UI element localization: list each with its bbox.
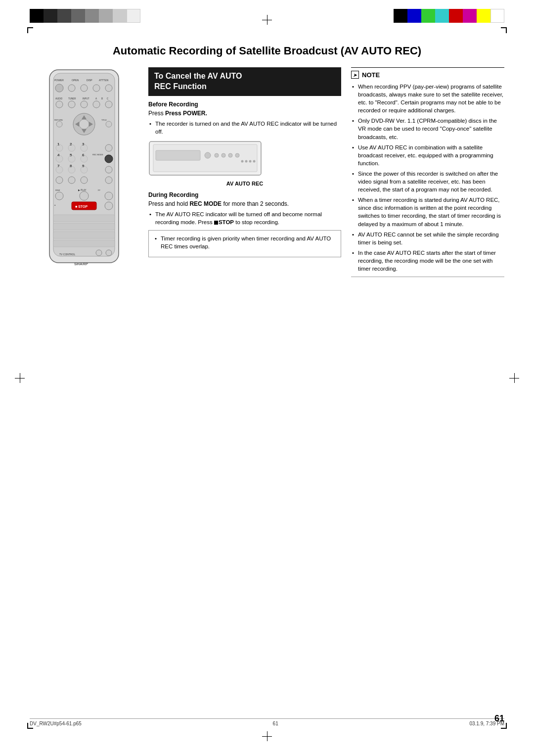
footer: DV_RW2U#p54-61.p65 61 03.1.9, 7:39 PM [30,718,504,726]
rec-mode-bold: REC MODE [189,200,222,207]
vcr-diagram [148,141,262,178]
power-bold: Press POWER. [165,110,207,117]
svg-point-18 [68,101,75,108]
section-box: To Cancel the AV AUTO REC Function [148,67,341,96]
timer-priority-note: Timer recording is given priority when t… [148,230,341,257]
svg-text:INPUT: INPUT [83,97,89,100]
crosshair-right [509,373,519,383]
svg-point-44 [81,155,88,162]
page-title: Automatic Recording of Satellite Broadcu… [30,45,504,57]
svg-text:REC MODE: REC MODE [92,153,103,156]
color-bar-top [394,9,504,23]
crosshair-bottom [262,731,272,741]
svg-point-81 [222,153,225,157]
svg-point-53 [105,166,112,173]
svg-text:B: B [101,97,103,100]
svg-point-79 [205,152,211,158]
during-recording-press: Press and hold REC MODE for more than 2 … [148,200,341,207]
svg-text:A: A [95,97,97,100]
svg-point-19 [81,101,88,108]
svg-point-21 [105,101,112,108]
svg-point-55 [68,177,75,184]
vcr-diagram-area: AV AUTO REC [148,141,341,187]
svg-point-54 [56,177,63,184]
note-section: ➤ NOTE When recording PPV (pay-per-view)… [351,67,504,277]
svg-point-38 [105,144,112,151]
svg-point-67 [105,202,113,210]
svg-point-8 [81,85,88,92]
svg-point-84 [241,160,244,162]
svg-point-46 [105,155,113,163]
svg-rect-70 [53,232,115,238]
svg-text:▶ PLAY: ▶ PLAY [78,189,86,191]
note-bullet-1: When recording PPV (pay-per-view) progra… [351,83,504,114]
remote-area: POWER OPEN DISP ATTTEN AUDIO TUNER INPUT… [30,67,138,275]
svg-rect-69 [53,223,115,230]
svg-text:REW: REW [55,189,60,191]
svg-text:RETURN: RETURN [54,119,63,121]
svg-text:SHARP: SHARP [74,262,89,266]
svg-point-62 [80,191,89,200]
svg-point-85 [245,160,248,162]
svg-text:ATTTEN: ATTTEN [99,79,108,82]
svg-text:POWER: POWER [54,79,64,82]
note-bullet-6: AV AUTO REC cannot be set while the simp… [351,231,504,246]
svg-point-35 [68,144,75,151]
svg-text:TUNER: TUNER [68,97,76,100]
svg-point-6 [55,84,63,92]
note-bullet-5: When a timer recording is started during… [351,196,504,228]
svg-point-50 [68,166,75,173]
svg-point-52 [81,166,88,173]
svg-point-82 [228,153,232,157]
crosshair-left [15,373,25,383]
svg-text:TV CONTROL: TV CONTROL [59,253,75,256]
svg-rect-78 [156,150,200,160]
svg-point-20 [93,101,100,108]
svg-text:OPEN: OPEN [72,79,79,82]
before-recording-press: Press Press POWER. [148,110,341,117]
note-bullet-7: In the case AV AUTO REC starts after the… [351,249,504,273]
crosshair-top [262,15,272,25]
note-bullet-4: Since the power of this recorder is swit… [351,170,504,193]
middle-col: To Cancel the AV AUTO REC Function Befor… [148,67,341,257]
svg-point-33 [56,144,63,151]
during-recording-bullet-1: The AV AUTO REC indicator will be turned… [148,210,341,226]
svg-point-74 [106,250,112,256]
before-recording-title: Before Recording [148,101,341,108]
vcr-label: AV AUTO REC [148,181,341,187]
svg-rect-68 [53,215,115,222]
svg-point-40 [56,155,63,162]
before-recording-bullet-1: The recorder is turned on and the AV AUT… [148,120,341,136]
during-recording-bullets: The AV AUTO REC indicator will be turned… [148,210,341,226]
section-title-line1: To Cancel the AV AUTO [154,72,242,80]
svg-text:■ STOP: ■ STOP [75,205,88,208]
svg-point-7 [68,85,75,92]
section-title-line2: REC Function [154,82,207,91]
corner-mark-tl [27,27,33,33]
svg-point-57 [105,177,112,184]
svg-point-86 [249,160,252,162]
svg-point-30 [56,121,62,127]
footer-center: 61 [273,721,278,726]
svg-point-56 [81,177,88,184]
svg-point-10 [105,85,112,92]
svg-text:FF: FF [98,189,100,191]
bw-bar-top [30,9,140,23]
svg-point-80 [215,153,219,157]
svg-point-87 [253,160,256,162]
svg-point-61 [55,192,63,200]
svg-text:TITLE: TITLE [101,119,107,121]
note-bullets: When recording PPV (pay-per-view) progra… [351,83,504,273]
svg-point-9 [93,85,100,92]
svg-text:AUDIO: AUDIO [55,97,63,100]
note-header: ➤ NOTE [351,71,504,79]
two-col-layout: POWER OPEN DISP ATTTEN AUDIO TUNER INPUT… [30,67,504,277]
svg-point-48 [56,166,63,173]
svg-point-31 [106,121,112,127]
svg-rect-71 [53,240,115,247]
svg-point-63 [105,192,113,200]
right-col: ➤ NOTE When recording PPV (pay-per-view)… [351,67,504,277]
svg-text:DISP: DISP [87,79,92,82]
stop-icon [214,221,218,225]
main-content: Automatic Recording of Satellite Broadcu… [30,40,504,716]
